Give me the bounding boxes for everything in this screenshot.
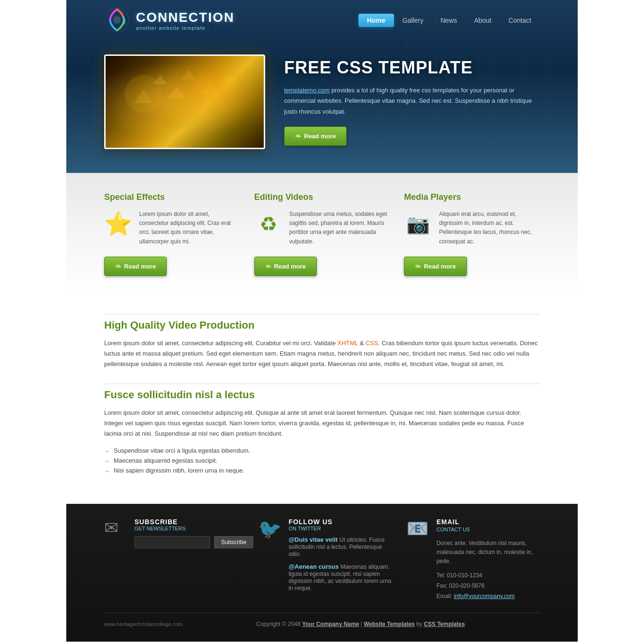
- email-row: Email: info@yourcompany.com: [437, 591, 540, 602]
- svg-point-3: [151, 77, 203, 129]
- css-link[interactable]: CSS: [366, 340, 378, 347]
- twitter-post-1: @Duis vitae velit Ut ultricies. Fusce so…: [288, 536, 392, 557]
- features-section: Special Effects ⭐ Lorem ipsum dolor sit …: [66, 173, 578, 295]
- footer-email-col: 📧 EMAIL CONTACT US Donec ante. Vestibulu…: [406, 518, 540, 601]
- feature-editing-videos: Editing Videos ♻ Suspendisse urna metus,…: [254, 192, 390, 276]
- nav-news[interactable]: News: [432, 14, 465, 27]
- svg-marker-7: [200, 82, 219, 94]
- footer-bottom: www.heritagechristiancollege.com Copyrig…: [104, 613, 540, 627]
- feature-media-players: Media Players 📷 Aliquam erat arcu, euism…: [404, 192, 540, 276]
- copyright: Copyright © 2048 Your Company Name | Web…: [256, 621, 465, 627]
- nav-home[interactable]: Home: [358, 14, 394, 27]
- list-item-1: Suspendisse vitae orci a ligula egestas …: [104, 446, 540, 456]
- camera-icon: 📷: [404, 210, 432, 238]
- mail-icon: ✉: [104, 518, 128, 538]
- svg-point-1: [113, 16, 121, 24]
- feature-title-3: Media Players: [404, 192, 540, 202]
- subscribe-input[interactable]: [134, 536, 210, 548]
- section-text-2: Lorem ipsum dolor sit amet, consectetur …: [104, 408, 540, 439]
- logo-icon: [104, 7, 130, 33]
- nav-contact[interactable]: Contact: [500, 14, 540, 27]
- email-description: Donec ante. Vestibulum nisl mauris, male…: [437, 539, 540, 566]
- recycle-icon: ♻: [254, 210, 283, 238]
- feature-body-2: ♻ Suspendisse urna metus, sodales eget s…: [254, 210, 390, 246]
- subscribe-button[interactable]: Subscribe: [214, 536, 253, 548]
- svg-marker-8: [134, 89, 153, 103]
- subscribe-title: SUBSCRIBE: [134, 518, 253, 526]
- svg-point-4: [193, 72, 226, 106]
- hero-link[interactable]: templatemo.com: [284, 87, 330, 94]
- list-item-3: Nisi sapien dignissim nibh, lorem urna i…: [104, 465, 540, 475]
- hero-content: FREE CSS TEMPLATE templatemo.com provide…: [284, 58, 540, 145]
- svg-marker-5: [153, 75, 167, 84]
- twitter-handle-2[interactable]: @Aenean cursus: [288, 563, 339, 570]
- site-url: www.heritagechristiancollege.com: [104, 621, 183, 627]
- svg-point-2: [125, 75, 162, 113]
- email-subtitle: CONTACT US: [437, 526, 540, 534]
- divider-2: [104, 384, 540, 384]
- hero-readmore-button[interactable]: Read more: [284, 126, 347, 146]
- svg-marker-10: [219, 72, 238, 84]
- footer: ✉ SUBSCRIBE GET NEWSLETTERS Subscribe 🐦 …: [66, 504, 578, 642]
- list-item-2: Maecenas aliquamid egestas suscipit.: [104, 456, 540, 465]
- section-title-2: Fusce sollicitudin nisl a lectus: [104, 389, 540, 401]
- feature-readmore-button-1[interactable]: Read more: [104, 257, 167, 276]
- star-icon: ⭐: [104, 210, 133, 238]
- svg-marker-6: [181, 70, 196, 80]
- feature-readmore-button-3[interactable]: Read more: [404, 257, 466, 276]
- subscribe-subtitle: GET NEWSLETTERS: [134, 526, 253, 531]
- feature-text-3: Aliquam erat arcu, euismod et, dignissim…: [439, 210, 540, 246]
- email-title: EMAIL: [437, 518, 540, 526]
- hero-image-wrapper: [104, 54, 265, 149]
- feature-text-2: Suspendisse urna metus, sodales eget sag…: [289, 210, 390, 246]
- site-tagline: another website template: [136, 25, 234, 31]
- tel: Tel: 010-010-1234: [437, 571, 540, 581]
- contact-details: Tel: 010-010-1234 Fax: 020-020-5678 Emai…: [437, 571, 540, 601]
- footer-twitter-col: 🐦 FOLLOW US ON TWITTER @Duis vitae velit…: [258, 518, 392, 601]
- subscribe-form: Subscribe: [134, 536, 253, 548]
- section-list-2: Suspendisse vitae orci a ligula egestas …: [104, 446, 540, 475]
- twitter-handle-1[interactable]: @Duis vitae velit: [288, 536, 338, 543]
- feature-title-1: Special Effects: [104, 192, 240, 202]
- section-text-1: Lorem ipsum dolor sit amet, consectetur …: [104, 338, 540, 369]
- content-section-video: High Quality Video Production Lorem ipsu…: [104, 319, 540, 369]
- svg-point-0: [105, 8, 129, 32]
- twitter-icon: 🐦: [258, 518, 282, 540]
- svg-marker-9: [167, 87, 186, 98]
- email-icon: 📧: [406, 518, 430, 539]
- hero-description: templatemo.com provides a lot of high qu…: [284, 85, 540, 116]
- email-link[interactable]: info@yourcompany.com: [454, 593, 515, 599]
- twitter-post-2: @Aenean cursus Maecenas aliquam, ligula …: [288, 563, 392, 591]
- footer-subscribe-col: ✉ SUBSCRIBE GET NEWSLETTERS Subscribe: [104, 518, 244, 601]
- feature-readmore-button-2[interactable]: Read more: [254, 257, 317, 276]
- feature-special-effects: Special Effects ⭐ Lorem ipsum dolor sit …: [104, 192, 240, 276]
- feature-body-3: 📷 Aliquam erat arcu, euismod et, digniss…: [404, 210, 540, 246]
- hero-section: FREE CSS TEMPLATE templatemo.com provide…: [66, 40, 578, 173]
- logo: CONNECTION another website template: [104, 7, 234, 33]
- nav-about[interactable]: About: [465, 14, 500, 27]
- section-title-1: High Quality Video Production: [104, 319, 540, 331]
- hero-title: FREE CSS TEMPLATE: [284, 58, 540, 78]
- nav-gallery[interactable]: Gallery: [394, 14, 432, 27]
- hero-image: [104, 54, 265, 149]
- main-content: High Quality Video Production Lorem ipsu…: [66, 295, 578, 504]
- twitter-title: FOLLOW US: [288, 518, 392, 526]
- footer-grid: ✉ SUBSCRIBE GET NEWSLETTERS Subscribe 🐦 …: [104, 518, 540, 601]
- fax: Fax: 020-020-5678: [437, 581, 540, 591]
- divider-1: [104, 314, 540, 314]
- feature-title-2: Editing Videos: [254, 192, 390, 202]
- company-link[interactable]: Your Company Name: [302, 621, 359, 627]
- css-templates-link[interactable]: CSS Templates: [424, 621, 465, 627]
- main-nav: Home Gallery News About Contact: [358, 14, 540, 27]
- feature-body-1: ⭐ Lorem ipsum dolor sit amet, consectetu…: [104, 210, 240, 246]
- spacer: [538, 621, 540, 627]
- feature-text-1: Lorem ipsum dolor sit amet, consectetur …: [139, 210, 240, 246]
- website-templates-link[interactable]: Website Templates: [364, 621, 415, 627]
- twitter-subtitle: ON TWITTER: [288, 526, 392, 531]
- site-title: CONNECTION: [136, 10, 234, 25]
- content-section-fusce: Fusce sollicitudin nisl a lectus Lorem i…: [104, 389, 540, 475]
- xhtml-link[interactable]: XHTML: [338, 340, 358, 347]
- features-grid: Special Effects ⭐ Lorem ipsum dolor sit …: [104, 192, 540, 276]
